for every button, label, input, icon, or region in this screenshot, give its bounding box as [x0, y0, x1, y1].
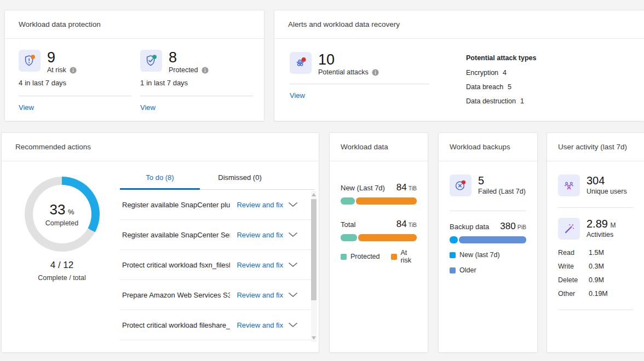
info-icon[interactable]: [70, 67, 77, 74]
unique-users-count: 304: [586, 174, 627, 187]
attack-types-panel: Potential attack types Encryption4 Data …: [466, 54, 537, 112]
new-segment: [450, 236, 458, 243]
total-data-bar-group: Total 84 TiB: [341, 219, 417, 241]
failed-label: Failed (Last 7d): [478, 188, 526, 195]
legend-swatch: [450, 252, 456, 258]
completion-fraction: 4 / 12: [15, 260, 109, 271]
user-activity-card: User activity (last 7d): [547, 132, 644, 353]
recommended-actions-card: Recommended actions 33 % Completed 4 / 1…: [1, 132, 319, 353]
breakdown-row: Delete 0.9M: [558, 273, 633, 287]
action-list-item: Protect critical workload fsxn_fileshare…: [120, 250, 314, 280]
divider: [450, 211, 526, 211]
at-risk-view-link[interactable]: View: [19, 103, 34, 112]
breakdown-row: Write 0.3M: [558, 260, 633, 273]
tab-dismissed[interactable]: Dismissed (0): [200, 166, 280, 189]
failed-count: 5: [478, 174, 526, 187]
action-list-item: Register available SnapCenter plugin for…: [120, 190, 314, 220]
card-title: Alerts and workload data recovery: [274, 10, 644, 39]
attack-type-row: Encryption4: [466, 69, 537, 77]
info-icon[interactable]: [372, 69, 379, 76]
divider: [140, 96, 253, 96]
legend-protected: Protected: [341, 249, 380, 264]
at-risk-segment: [358, 234, 417, 241]
action-list-item: Register available SnapCenter Servers wi…: [120, 220, 314, 250]
legend-older: Older: [450, 266, 526, 274]
protected-view-link[interactable]: View: [140, 103, 156, 112]
card-title: Workload data protection: [5, 10, 264, 39]
chevron-down-icon[interactable]: [288, 262, 298, 267]
divider: [558, 207, 633, 208]
chevron-down-icon[interactable]: [288, 232, 298, 237]
review-and-fix-link[interactable]: Review and fix: [237, 201, 283, 209]
legend-at-risk: At risk: [391, 249, 417, 264]
bar-label: Total: [341, 220, 355, 229]
magic-wand-icon: [558, 218, 580, 240]
alerts-recovery-card: Alerts and workload data recovery 10: [274, 10, 644, 121]
at-risk-recent: 4in last 7 days: [19, 79, 131, 87]
completion-fraction-caption: Complete / total: [15, 274, 109, 282]
potential-attacks-view-link[interactable]: View: [290, 91, 305, 100]
scroll-down-arrow-icon[interactable]: [312, 336, 316, 340]
bar-label: New (Last 7d): [341, 184, 385, 192]
unique-users-label: Unique users: [586, 188, 627, 195]
breakdown-row: Read 1.5M: [558, 246, 633, 260]
potential-attacks-label: Potential attacks: [318, 68, 369, 76]
activity-breakdown: Read 1.5M Write 0.3M Delete 0.9M Other 0…: [558, 246, 633, 301]
action-list-item: Prepare Amazon Web Services S3 or Storag…: [120, 280, 314, 310]
tab-todo[interactable]: To do (8): [120, 166, 200, 189]
review-and-fix-link[interactable]: Review and fix: [237, 231, 283, 239]
breakdown-row: Other 0.19M: [558, 287, 633, 301]
at-risk-stat: 9 At risk 4in last 7 days View: [19, 50, 131, 112]
at-risk-segment: [356, 197, 417, 205]
failed-backups-stat: 5 Failed (Last 7d): [450, 174, 526, 196]
scrollbar-thumb[interactable]: [311, 199, 317, 300]
dashboard-page: Workload data protection 9 At risk: [0, 0, 644, 361]
chevron-down-icon[interactable]: [288, 322, 298, 328]
protected-stat: 8 Protected 1in last 7 days View: [140, 50, 253, 112]
at-risk-count: 9: [47, 50, 77, 65]
completion-donut-chart: 33 % Completed: [25, 177, 100, 252]
card-title: Recommended actions: [2, 133, 319, 161]
legend-swatch: [450, 267, 456, 273]
activities-count: 2.89: [586, 218, 608, 230]
at-risk-label: At risk: [47, 66, 66, 74]
legend-swatch: [391, 254, 397, 260]
unique-users-stat: 304 Unique users: [558, 174, 633, 196]
backup-failed-icon: [450, 174, 472, 196]
backup-data-stacked-bar: [450, 236, 526, 243]
donut-percent: 33: [50, 201, 66, 218]
donut-caption: Completed: [45, 219, 78, 227]
actions-tabs: To do (8) Dismissed (0): [120, 166, 314, 190]
scroll-up-arrow-icon[interactable]: [312, 193, 316, 196]
divider: [290, 84, 429, 84]
review-and-fix-link[interactable]: Review and fix: [237, 291, 283, 299]
potential-attacks-stat: 10 Potential attacks View: [290, 52, 432, 100]
chevron-down-icon[interactable]: [288, 202, 298, 207]
completion-donut-panel: 33 % Completed 4 / 12 Complete / total: [15, 170, 109, 282]
scrollbar[interactable]: [311, 191, 317, 342]
new-data-stacked-bar: [341, 197, 417, 205]
divider: [19, 96, 131, 96]
chevron-down-icon[interactable]: [288, 292, 298, 298]
card-title: Workload backups: [439, 133, 537, 161]
workload-data-protection-card: Workload data protection 9 At risk: [4, 10, 264, 121]
action-list-item: Protect critical workload fileshare_uswe…: [120, 310, 314, 340]
review-and-fix-link[interactable]: Review and fix: [237, 321, 283, 329]
new-data-bar-group: New (Last 7d) 84 TiB: [341, 182, 417, 205]
info-icon[interactable]: [202, 67, 209, 74]
card-title: User activity (last 7d): [547, 133, 644, 161]
shield-alert-icon: [19, 50, 41, 72]
total-data-stacked-bar: [341, 234, 417, 241]
review-and-fix-link[interactable]: Review and fix: [237, 261, 283, 269]
legend-swatch: [341, 254, 347, 260]
legend-new: New (last 7d): [450, 251, 526, 259]
backups-legend: New (last 7d) Older: [450, 251, 526, 274]
activities-stat: 2.89 M Activities: [558, 218, 633, 240]
attacker-icon: [290, 52, 312, 74]
protected-segment: [341, 197, 355, 205]
backup-data-bar-group: Backup data 380 PiB: [450, 221, 526, 243]
actions-list: Register available SnapCenter plugin for…: [120, 190, 314, 340]
attack-type-row: Data breach5: [466, 83, 537, 91]
potential-attacks-count: 10: [318, 52, 379, 67]
protected-segment: [341, 234, 357, 241]
